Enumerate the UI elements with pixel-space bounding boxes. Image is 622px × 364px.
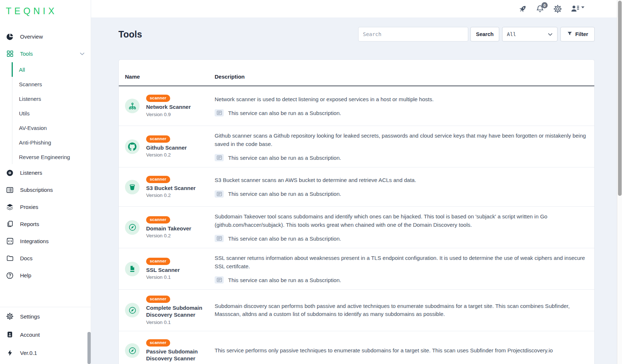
main-content: Tools Search All Filter (91, 17, 617, 364)
sidebar-item-account[interactable]: Account (0, 325, 91, 344)
github-icon (125, 139, 140, 154)
scanner-badge: scanner (146, 296, 170, 303)
funnel-icon (567, 31, 572, 37)
tool-name: Github Scanner (146, 144, 187, 151)
tool-description: Network scanner is used to detect listen… (215, 95, 586, 104)
sidebar-item-version[interactable]: Ver.0.1 (0, 344, 91, 362)
tool-description-cell: Github scanner scans a Github repository… (215, 132, 594, 161)
tool-name-cell: scanner Passive Subdomain Discovery Scan… (119, 337, 215, 364)
grid-icon (6, 50, 14, 58)
sidebar-item-label: Account (20, 332, 40, 338)
tool-description-cell: S3 Bucket scanner scans an AWS bucket to… (215, 173, 594, 201)
sidebar-item-docs[interactable]: Docs (0, 250, 91, 267)
tool-name-cell: scanner Network Scanner Version 0.9 (119, 92, 215, 120)
filter-select-value: All (507, 31, 516, 37)
compass-icon (125, 343, 140, 358)
tool-name: Network Scanner (146, 103, 191, 111)
table-row[interactable]: scanner Complete Subdomain Discovery Sca… (119, 289, 594, 331)
page-scrollbar-thumb[interactable] (618, 1, 622, 196)
sidebar-item-label: Docs (20, 255, 32, 261)
sidebar-nav: Overview Tools All Scanners Listeners Ut… (0, 28, 91, 284)
sidebar-item-label: Proxies (20, 204, 38, 210)
compass-icon (125, 303, 140, 317)
sidebar-item-label: Integrations (20, 238, 48, 244)
subscription-note: This service can also be run as a Subscr… (215, 276, 586, 284)
sidebar-item-label: Reports (20, 221, 39, 227)
table-row[interactable]: scanner Github Scanner Version 0.2 Githu… (119, 126, 594, 167)
sidebar-item-settings[interactable]: Settings (0, 307, 91, 325)
search-button[interactable]: Search (470, 27, 499, 41)
column-header-name: Name (119, 74, 215, 80)
network-icon (125, 99, 140, 113)
brand-logo: TEQNIX (0, 0, 91, 16)
table-row[interactable]: scanner Passive Subdomain Discovery Scan… (119, 331, 594, 364)
tool-name-cell: scanner S3 Bucket Scanner Version 0.2 (119, 173, 215, 201)
layers-icon (6, 203, 14, 211)
page-scrollbar[interactable] (617, 0, 622, 364)
gear-icon[interactable] (553, 4, 562, 13)
help-icon (6, 272, 14, 280)
subscription-card-icon (215, 154, 224, 161)
toolbar: Search All Filter (358, 27, 595, 41)
sidebar-item-subscriptions[interactable]: Subscriptions (0, 181, 91, 198)
search-input[interactable] (358, 27, 468, 41)
subscription-note: This service can also be run as a Subscr… (215, 190, 586, 198)
scanner-badge: scanner (146, 95, 170, 102)
column-header-description: Description (215, 74, 245, 80)
pie-chart-icon (6, 33, 14, 41)
tool-description-cell: This service performs only passive techn… (215, 337, 594, 364)
sidebar-item-listeners[interactable]: Listeners (0, 164, 91, 181)
submenu-item-av-evasion[interactable]: AV-Evasion (19, 120, 91, 135)
page-title: Tools (118, 29, 142, 40)
submenu-item-scanners[interactable]: Scanners (19, 77, 91, 91)
table-header: Name Description (119, 60, 594, 86)
topbar: 0 (91, 0, 617, 17)
tool-name: Complete Subdomain Discovery Scanner (146, 304, 210, 318)
sidebar-item-reports[interactable]: Reports (0, 215, 91, 233)
filter-button[interactable]: Filter (560, 27, 595, 41)
tool-version: Version 0.1 (146, 274, 171, 280)
submenu-item-all[interactable]: All (19, 62, 91, 77)
bell-icon[interactable]: 0 (535, 4, 545, 13)
rocket-icon[interactable] (518, 4, 527, 13)
table-row[interactable]: scanner Network Scanner Version 0.9 Netw… (119, 86, 594, 126)
table-row[interactable]: scanner Domain Takeover Version 0.2 Subd… (119, 206, 594, 248)
list-icon (6, 186, 14, 194)
sidebar-item-proxies[interactable]: Proxies (0, 198, 91, 215)
user-menu-icon[interactable] (570, 4, 586, 13)
code-icon (6, 237, 14, 245)
tool-description-cell: SSL scanner returns information about we… (215, 254, 594, 284)
tools-submenu: All Scanners Listeners Utils AV-Evasion … (12, 62, 91, 164)
sidebar-footer: Settings Account Ver.0.1 (0, 307, 91, 364)
tools-table-body: scanner Network Scanner Version 0.9 Netw… (119, 86, 594, 364)
tool-description: SSL scanner returns information about we… (215, 254, 586, 270)
tool-description: Subdomain Takeover tool scans subdomains… (215, 213, 586, 229)
scanner-badge: scanner (146, 339, 170, 347)
sidebar-item-label: Ver.0.1 (20, 350, 37, 356)
filter-select[interactable]: All (502, 27, 558, 41)
submenu-item-utils[interactable]: Utils (19, 106, 91, 120)
sidebar-scrollbar-thumb[interactable] (87, 332, 91, 364)
folder-icon (6, 254, 14, 262)
chevron-down-icon[interactable] (79, 51, 85, 57)
sidebar-item-label: Subscriptions (20, 187, 53, 193)
submenu-item-anti-phishing[interactable]: Anti-Phishing (19, 135, 91, 150)
submenu-item-listeners[interactable]: Listeners (19, 91, 91, 106)
sidebar-item-integrations[interactable]: Integrations (0, 233, 91, 250)
bolt-icon (6, 349, 14, 357)
submenu-item-reverse-engineering[interactable]: Reverse Engineering (19, 150, 91, 164)
subscription-card-icon (215, 235, 224, 242)
scanner-badge: scanner (146, 176, 170, 183)
sidebar-item-overview[interactable]: Overview (0, 28, 91, 45)
record-icon (6, 169, 14, 177)
certificate-icon (125, 262, 140, 276)
scanner-badge: scanner (146, 258, 170, 265)
tool-description: Subdomain discovery scan performs both p… (215, 302, 586, 318)
sidebar-item-help[interactable]: Help (0, 267, 91, 284)
tool-version: Version 0.2 (146, 233, 171, 238)
tool-name: SSL Scanner (146, 266, 180, 274)
table-row[interactable]: scanner S3 Bucket Scanner Version 0.2 S3… (119, 167, 594, 206)
sidebar-item-tools[interactable]: Tools (0, 45, 91, 62)
table-row[interactable]: scanner SSL Scanner Version 0.1 SSL scan… (119, 248, 594, 289)
sidebar-item-label: Tools (20, 51, 33, 57)
